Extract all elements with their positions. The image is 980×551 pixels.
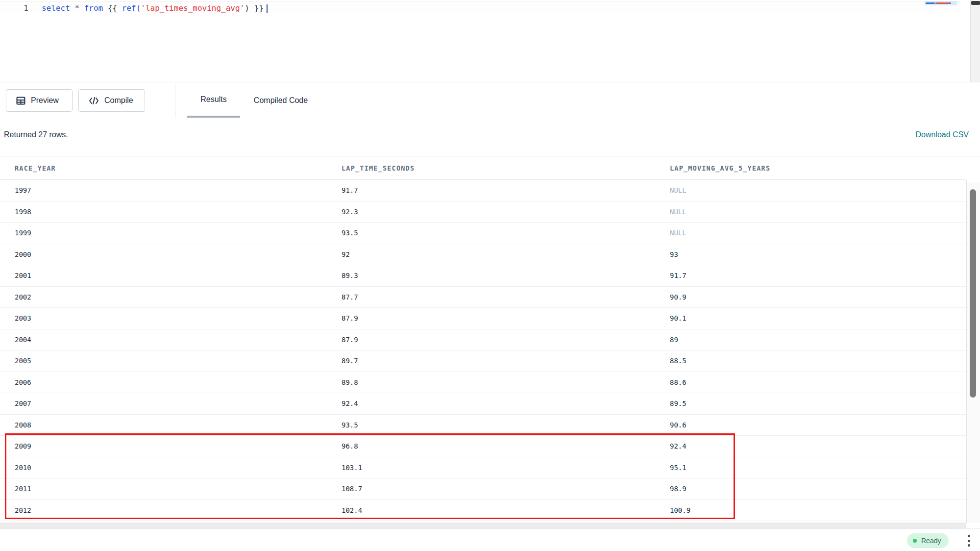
tab-results[interactable]: Results: [187, 82, 240, 118]
table-cell: 92.4: [342, 400, 670, 407]
status-bar-divider: [895, 529, 895, 551]
minimap[interactable]: [925, 1, 957, 5]
table-cell: 2006: [15, 378, 342, 386]
table-cell: 2010: [15, 464, 342, 472]
table-cell: 89.3: [342, 272, 670, 279]
table-row: 199993.5NULL: [0, 223, 966, 244]
toolbar: Preview Compile Results Compiled Code: [0, 82, 980, 118]
table-cell: 2007: [15, 400, 342, 407]
code-editor[interactable]: 1 select * from {{ ref('lap_times_moving…: [0, 0, 980, 82]
table-cell: NULL: [670, 229, 966, 237]
line-number: 1: [19, 3, 33, 14]
table-cell: 2002: [15, 293, 342, 301]
results-meta-bar: Returned 27 rows. Download CSV: [0, 118, 980, 156]
table-cell: 87.9: [342, 314, 670, 322]
table-row: 200589.788.5: [0, 351, 966, 372]
table-cell: 1999: [15, 229, 342, 237]
table-cell: 103.1: [342, 464, 670, 472]
table-cell: 1997: [15, 186, 342, 194]
table-cell: 2009: [15, 442, 342, 450]
results-table: RACE_YEAR LAP_TIME_SECONDS LAP_MOVING_AV…: [0, 156, 980, 523]
table-cell: 1998: [15, 208, 342, 216]
table-grid-icon: [16, 96, 25, 105]
table-cell: 108.7: [342, 485, 670, 493]
table-cell: 88.5: [670, 357, 966, 365]
table-cell: 96.8: [342, 442, 670, 450]
table-row: 200189.391.7: [0, 265, 966, 287]
table-cell: 90.9: [670, 293, 966, 301]
editor-scrollbar-thumb[interactable]: [971, 1, 980, 5]
table-cell: 91.7: [670, 272, 966, 279]
table-cell: 100.9: [670, 506, 966, 514]
table-cell: 87.9: [342, 336, 670, 344]
table-cell: 2004: [15, 336, 342, 344]
table-cell: 87.7: [342, 293, 670, 301]
table-row: 200487.989: [0, 329, 966, 351]
table-row: 2010103.195.1: [0, 457, 966, 479]
table-cell: NULL: [670, 186, 966, 194]
table-row: 2012102.4100.9: [0, 500, 966, 522]
table-cell: 2012: [15, 506, 342, 514]
table-cell: 92.3: [342, 208, 670, 216]
table-cell: 93.5: [342, 421, 670, 429]
table-scrollbar-thumb[interactable]: [970, 189, 976, 398]
ready-dot-icon: [913, 539, 917, 543]
table-body: 199791.7NULL199892.3NULL199993.5NULL2000…: [0, 180, 966, 521]
table-cell: 2011: [15, 485, 342, 493]
code-icon: [89, 97, 99, 105]
compile-button-label: Compile: [104, 96, 133, 105]
table-cell: 2003: [15, 314, 342, 322]
toolbar-divider: [175, 84, 175, 118]
column-header-race-year: RACE_YEAR: [15, 164, 342, 172]
text-cursor: [267, 4, 268, 13]
table-cell: 89.8: [342, 378, 670, 386]
preview-button[interactable]: Preview: [6, 89, 73, 112]
row-count-text: Returned 27 rows.: [4, 130, 68, 139]
table-header-row: RACE_YEAR LAP_TIME_SECONDS LAP_MOVING_AV…: [0, 156, 966, 180]
table-row: 20009293: [0, 244, 966, 266]
table-cell: 89.5: [670, 400, 966, 407]
table-row: 200996.892.4: [0, 436, 966, 457]
table-cell: 89: [670, 336, 966, 344]
table-scrollbar[interactable]: [967, 182, 980, 523]
code-content[interactable]: select * from {{ ref('lap_times_moving_a…: [42, 3, 268, 14]
status-badge-label: Ready: [921, 537, 941, 545]
table-cell: 93: [670, 250, 966, 258]
column-header-lap-time-seconds: LAP_TIME_SECONDS: [342, 164, 670, 172]
table-cell: 2001: [15, 272, 342, 279]
kebab-menu-icon[interactable]: [965, 534, 973, 548]
table-cell: 95.1: [670, 464, 966, 472]
table-cell: 90.1: [670, 314, 966, 322]
table-row: 199892.3NULL: [0, 201, 966, 223]
table-cell: 88.6: [670, 378, 966, 386]
tab-compiled-code-label: Compiled Code: [254, 96, 308, 105]
table-row: 200287.790.9: [0, 287, 966, 308]
table-cell: NULL: [670, 208, 966, 216]
column-header-lap-moving-avg: LAP_MOVING_AVG_5_YEARS: [670, 164, 966, 172]
horizontal-scrollbar[interactable]: [0, 523, 966, 528]
table-cell: 90.6: [670, 421, 966, 429]
table-cell: 2005: [15, 357, 342, 365]
tab-compiled-code[interactable]: Compiled Code: [246, 82, 316, 118]
active-code-line[interactable]: 1 select * from {{ ref('lap_times_moving…: [0, 1, 960, 13]
table-row: 200792.489.5: [0, 393, 966, 415]
table-cell: 2008: [15, 421, 342, 429]
table-row: 199791.7NULL: [0, 180, 966, 201]
table-row: 2011108.798.9: [0, 478, 966, 500]
compile-button[interactable]: Compile: [78, 89, 145, 112]
table-row: 200689.888.6: [0, 372, 966, 394]
table-cell: 98.9: [670, 485, 966, 493]
table-row: 200893.590.6: [0, 415, 966, 436]
table-cell: 91.7: [342, 186, 670, 194]
status-badge: Ready: [907, 533, 949, 548]
tab-results-label: Results: [200, 95, 226, 104]
download-csv-link[interactable]: Download CSV: [916, 130, 969, 139]
table-cell: 2000: [15, 250, 342, 258]
table-cell: 93.5: [342, 229, 670, 237]
editor-scrollbar[interactable]: [970, 0, 980, 82]
table-row: 200387.990.1: [0, 308, 966, 329]
table-cell: 92.4: [670, 442, 966, 450]
table-cell: 92: [342, 250, 670, 258]
preview-button-label: Preview: [31, 96, 59, 105]
table-cell: 102.4: [342, 506, 670, 514]
